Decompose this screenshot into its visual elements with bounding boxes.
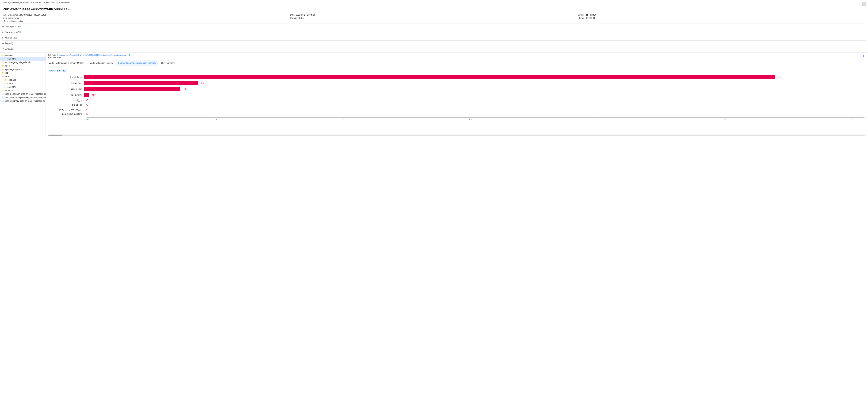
tree-icon-evaluate: 📂 <box>1 54 4 57</box>
parameters-label: Parameters (19) <box>5 31 22 33</box>
x-axis-label: 1.0 <box>341 118 344 120</box>
artifacts-label: Artifacts <box>5 47 13 50</box>
tree-label-train: train <box>5 75 9 78</box>
tree-icon-card_html: 📄 <box>4 58 7 60</box>
bar-label: tpep_dro..._datetime(f_2) <box>49 108 85 111</box>
run-title: Run e1efdf8e14a7400c912940c590611a95 <box>0 5 868 13</box>
bar-label: pickup_hour <box>49 82 85 84</box>
tree-item-split[interactable]: 📁split <box>0 71 45 75</box>
bar-row-trip-distance: trip_distance+3.1 <box>49 75 865 79</box>
artifacts-section[interactable]: ▼ Artifacts <box>0 46 868 52</box>
tab-run_summary[interactable]: Run Summary <box>158 60 178 66</box>
bar-fill <box>85 75 775 79</box>
date-item: Date: 2022-06-24 13:45:16 <box>290 14 578 16</box>
bar-value: +0 <box>86 108 88 111</box>
tree-label-card_html: card.html <box>7 58 16 60</box>
description-section[interactable]: ▶ Description Edit <box>2 24 866 29</box>
copy-icon[interactable]: ⧉ <box>128 54 130 56</box>
tree-item-model[interactable]: 📁model <box>0 82 45 85</box>
bar-container: +0 <box>85 104 865 106</box>
x-axis: 0.00.51.01.52.02.53.0 <box>87 117 865 120</box>
bar-value: +0.02 <box>90 94 95 96</box>
bar-row-pickup-zip: pickup_zip+0 <box>49 104 865 106</box>
tree-item-explainer[interactable]: 📁explainer_on_data_validation <box>0 61 45 64</box>
x-axis-label: 2.5 <box>724 118 726 120</box>
bar-value: +0.43 <box>182 88 187 90</box>
tree-item-pipeline_snapshot[interactable]: 📁pipeline_snapshot <box>0 68 45 71</box>
scroll-indicator[interactable] <box>48 135 866 136</box>
status-item: Status: FINISHED <box>578 17 866 19</box>
run-id-item: Run ID: e1efdf8e14a7400c912940c590611a95 <box>2 14 290 16</box>
tree-icon-transform: 📁 <box>1 90 4 92</box>
tree-icon-explainer: 📁 <box>1 61 4 64</box>
tree-label-estimator: estimator <box>7 79 16 81</box>
bar-container: +0.02 <box>85 93 865 97</box>
breadcrumb-separator: > <box>31 1 32 3</box>
bar-value: +0 <box>86 104 88 106</box>
bar-row-tpep-dro----datetime-f-2-: tpep_dro..._datetime(f_2)+0 <box>49 108 865 111</box>
tree-item-train[interactable]: 📂train <box>0 75 45 78</box>
source-item: Source: ⬛ mlflow <box>578 14 866 16</box>
tree-icon-shap_beeswarm: 📄 <box>1 93 4 95</box>
x-axis-labels: 0.00.51.01.52.02.53.0 <box>87 118 854 120</box>
file-tree: 📂evaluate📄card.html📁explainer_on_data_va… <box>0 53 46 137</box>
bar-container: +0.43 <box>85 87 865 91</box>
tabs-bar: Model Performance Summary MetricsModel V… <box>46 60 868 66</box>
bar-container: +0 <box>85 108 865 111</box>
tree-item-train_card[interactable]: 📄card.html <box>0 85 45 89</box>
tree-label-pipeline_snapshot: pipeline_snapshot <box>5 68 22 71</box>
breadcrumb-run: Run e1efdf8e14a7400c912940c590611a95 <box>33 1 70 3</box>
tree-icon-model: 📁 <box>4 82 7 85</box>
content-area: Full Path: /tmp/mlartifacts/e1efdf8e14a7… <box>46 53 868 137</box>
description-edit[interactable]: Edit <box>18 25 22 28</box>
bar-label: pickup_dow <box>49 88 85 90</box>
bar-row-dropoff-zip: dropoff_zip+0 <box>49 99 865 102</box>
tree-label-shap_feature: shap_feature_importance_plot_on_data_val… <box>5 96 46 99</box>
tree-item-card_html[interactable]: 📄card.html <box>0 57 45 61</box>
bar-value: +0 <box>86 99 88 102</box>
tree-icon-split: 📁 <box>1 72 4 74</box>
tree-item-transform[interactable]: 📁transform <box>0 89 45 92</box>
bar-label: tpep_pickup_datetime <box>49 113 85 115</box>
tab-model_validation[interactable]: Model Validation Results <box>87 60 115 66</box>
tags-section[interactable]: ▶ Tags (2) <box>2 40 866 46</box>
parameters-arrow: ▶ <box>2 31 4 33</box>
parameters-section[interactable]: ▶ Parameters (19) <box>2 29 866 35</box>
tree-label-transform: transform <box>5 89 13 92</box>
bar-row-tpep-pickup-datetime: tpep_pickup_datetime+0 <box>49 113 865 115</box>
bar-value: +3.1 <box>777 76 781 78</box>
tab-model_perf[interactable]: Model Performance Summary Metrics <box>46 60 87 66</box>
tab-feature_importance[interactable]: Feature Importance (Validation Dataset) <box>116 60 159 66</box>
meta-grid: Run ID: e1efdf8e14a7400c912940c590611a95… <box>0 13 868 24</box>
maximize-button[interactable]: ⬜ <box>862 2 866 6</box>
scroll-thumb[interactable] <box>48 135 62 136</box>
tree-item-shap_beeswarm[interactable]: 📄shap_beeswarm_plot_on_data_validation.p… <box>0 92 45 96</box>
bar-container: +0 <box>85 113 865 115</box>
metrics-section[interactable]: ▶ Metrics (38) <box>2 35 866 40</box>
tree-icon-shap_feature: 📄 <box>1 96 4 99</box>
duration-item: Duration: 33.4s <box>290 17 578 19</box>
tree-label-train_card: card.html <box>7 86 16 88</box>
bar-fill <box>85 93 89 97</box>
breadcrumb-experiment[interactable]: sklearn_regression_experiment <box>2 1 29 3</box>
tree-item-ingest[interactable]: 📁ingest <box>0 64 45 68</box>
bar-row-pickup-hour: pickup_hour+0.51 <box>49 81 865 85</box>
tree-label-explainer: explainer_on_data_validation <box>5 61 32 64</box>
tree-icon-shap_summary: 📄 <box>1 100 4 102</box>
tree-icon-estimator: 📁 <box>4 79 7 81</box>
download-button[interactable]: ⬇ <box>861 54 866 59</box>
tree-item-evaluate[interactable]: 📂evaluate <box>0 54 45 57</box>
tree-icon-train: 📂 <box>1 75 4 78</box>
scrollbar-container <box>46 133 868 137</box>
x-axis-label: 2.0 <box>596 118 599 120</box>
path-link[interactable]: /tmp/mlartifacts/e1efdf8e14a7400c912940c… <box>57 54 127 56</box>
bar-label: dropoff_zip <box>49 99 85 102</box>
tree-item-shap_summary[interactable]: 📄shap_summary_plot_on_data_validation.pn… <box>0 99 45 103</box>
bar-chart: trip_distance+3.1pickup_hour+0.51pickup_… <box>49 75 865 115</box>
tree-item-shap_feature[interactable]: 📄shap_feature_importance_plot_on_data_va… <box>0 96 45 99</box>
tree-item-estimator[interactable]: 📁estimator <box>0 78 45 82</box>
bar-label: pickup_zip <box>49 104 85 106</box>
tree-icon-train_card: 📄 <box>4 86 7 88</box>
metrics-arrow: ▶ <box>2 37 4 39</box>
chart-area: SHAP Bar Plot trip_distance+3.1pickup_ho… <box>46 66 868 133</box>
